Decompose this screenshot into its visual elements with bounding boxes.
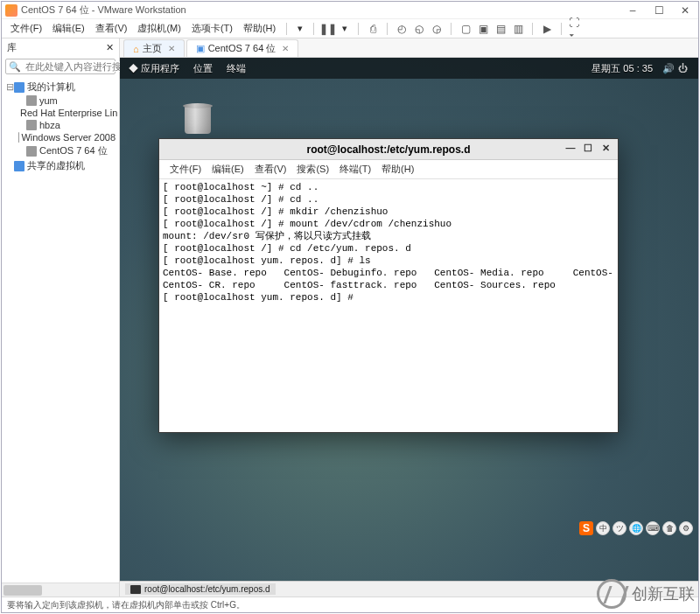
watermark-logo (597, 579, 626, 609)
layout-icon[interactable]: ▢ (458, 22, 472, 36)
term-menu-help[interactable]: 帮助(H) (378, 163, 417, 176)
term-menu-file[interactable]: 文件(F) (166, 163, 205, 176)
menu-view[interactable]: 查看(V) (92, 22, 131, 35)
layout-icon[interactable]: ▥ (511, 22, 525, 36)
gnome-top-bar: ◆ 应用程序 位置 终端 星期五 05 : 35 🔊 ⏻ (120, 58, 698, 79)
ime-icon[interactable]: ⚙ (679, 521, 693, 535)
vm-tree: ⊟我的计算机 yum Red Hat Enterprise Lin hbza W… (2, 76, 119, 583)
volume-icon[interactable]: 🔊 (662, 63, 676, 74)
tab-home[interactable]: ⌂ 主页 ✕ (123, 39, 185, 57)
menu-file[interactable]: 文件(F) (7, 22, 46, 35)
ime-icon[interactable]: ⌨ (646, 521, 660, 535)
ime-icon[interactable]: 🗑 (662, 521, 676, 535)
ime-tray: S 中 ツ 🌐 ⌨ 🗑 ⚙ (579, 521, 693, 535)
layout-icon[interactable]: ▤ (494, 22, 508, 36)
tree-item[interactable]: Windows Server 2008 (5, 131, 116, 143)
gnome-clock[interactable]: 星期五 05 : 35 (592, 62, 653, 75)
pause-icon[interactable]: ❚❚ (321, 22, 335, 36)
maximize-button[interactable]: ☐ (646, 3, 672, 18)
library-close-icon[interactable]: ✕ (106, 42, 114, 53)
term-menu-terminal[interactable]: 终端(T) (336, 163, 374, 176)
menubar: 文件(F) 编辑(E) 查看(V) 虚拟机(M) 选项卡(T) 帮助(H) ▾ … (2, 19, 698, 38)
search-icon: 🔍 (6, 61, 24, 73)
ime-zh-icon[interactable]: 中 (596, 521, 610, 535)
statusbar: 要将输入定向到该虚拟机，请在虚拟机内部单击或按 Ctrl+G。 (2, 597, 698, 612)
dropdown-icon[interactable]: ▾ (294, 23, 306, 34)
terminal-close[interactable]: ✕ (597, 141, 614, 155)
tab-close-icon[interactable]: ✕ (168, 44, 175, 53)
home-icon: ⌂ (133, 44, 139, 54)
term-menu-edit[interactable]: 编辑(E) (208, 163, 248, 176)
vm-icon: ▣ (196, 43, 205, 54)
gnome-terminal[interactable]: 终端 (227, 62, 246, 75)
send-icon[interactable]: ⎙ (366, 22, 380, 36)
snapshot-icon[interactable]: ◴ (395, 22, 409, 36)
terminal-title: root@localhost:/etc/yum.repos.d (306, 143, 470, 156)
sogou-icon[interactable]: S (579, 521, 593, 535)
terminal-minimize[interactable]: — (562, 141, 579, 155)
menu-edit[interactable]: 编辑(E) (49, 22, 88, 35)
watermark: 创新互联 (597, 579, 695, 609)
trash-icon[interactable] (183, 101, 213, 135)
tree-item[interactable]: yum (5, 94, 116, 107)
library-title-row: 库 ✕ (2, 38, 119, 57)
vmware-icon (5, 4, 18, 17)
taskbar-label: root@localhost:/etc/yum.repos.d (144, 584, 270, 594)
ime-icon[interactable]: ツ (612, 521, 626, 535)
gnome-apps[interactable]: ◆ 应用程序 (129, 62, 179, 75)
terminal-task-icon (130, 585, 141, 594)
terminal-window: root@localhost:/etc/yum.repos.d — ☐ ✕ 文件… (158, 138, 619, 433)
dropdown-icon[interactable]: ▾ (339, 23, 351, 34)
terminal-maximize[interactable]: ☐ (579, 141, 597, 155)
vmware-window: CentOS 7 64 位 - VMware Workstation – ☐ ✕… (1, 1, 699, 613)
titlebar: CentOS 7 64 位 - VMware Workstation – ☐ ✕ (2, 2, 698, 19)
status-text: 要将输入定向到该虚拟机，请在虚拟机内部单击或按 Ctrl+G。 (7, 599, 245, 611)
term-menu-view[interactable]: 查看(V) (251, 163, 290, 176)
ime-icon[interactable]: 🌐 (629, 521, 643, 535)
menu-vm[interactable]: 虚拟机(M) (134, 22, 185, 35)
close-button[interactable]: ✕ (672, 3, 698, 18)
library-search[interactable]: 🔍 ▾ (5, 59, 116, 74)
tree-shared[interactable]: 共享的虚拟机 (5, 158, 116, 173)
snapshot-revert-icon[interactable]: ◶ (430, 22, 444, 36)
menu-tabs[interactable]: 选项卡(T) (188, 22, 236, 35)
library-scrollbar[interactable] (2, 583, 119, 597)
tree-root[interactable]: ⊟我的计算机 (5, 80, 116, 94)
gnome-places[interactable]: 位置 (193, 62, 213, 75)
library-panel: 库 ✕ 🔍 ▾ ⊟我的计算机 yum Red Hat Enterprise Li… (2, 38, 120, 597)
watermark-text: 创新互联 (632, 583, 695, 604)
layout-icon[interactable]: ▣ (476, 22, 490, 36)
guest-desktop[interactable]: ◆ 应用程序 位置 终端 星期五 05 : 35 🔊 ⏻ root@localh… (120, 58, 698, 597)
taskbar-terminal-button[interactable]: root@localhost:/etc/yum.repos.d (125, 583, 276, 595)
menu-help[interactable]: 帮助(H) (240, 22, 279, 35)
term-menu-search[interactable]: 搜索(S) (293, 163, 332, 176)
library-title: 库 (7, 41, 17, 54)
content-area: ⌂ 主页 ✕ ▣ CentOS 7 64 位 ✕ ◆ 应用程序 位置 终端 星期… (120, 38, 698, 597)
fullscreen-icon[interactable]: ⛶ ▾ (569, 22, 583, 36)
tree-item[interactable]: hbza (5, 119, 116, 131)
tab-label: 主页 (143, 42, 162, 55)
snapshot-mgr-icon[interactable]: ◵ (412, 22, 426, 36)
console-icon[interactable]: ▶ (540, 22, 554, 36)
window-title: CentOS 7 64 位 - VMware Workstation (21, 3, 186, 17)
tree-item[interactable]: Red Hat Enterprise Lin (5, 107, 116, 119)
terminal-titlebar[interactable]: root@localhost:/etc/yum.repos.d — ☐ ✕ (159, 139, 618, 160)
tree-item[interactable]: CentOS 7 64 位 (5, 143, 116, 158)
terminal-menubar: 文件(F) 编辑(E) 查看(V) 搜索(S) 终端(T) 帮助(H) (159, 160, 618, 179)
power-icon[interactable]: ⏻ (676, 63, 690, 73)
tabstrip: ⌂ 主页 ✕ ▣ CentOS 7 64 位 ✕ (120, 38, 698, 58)
tab-close-icon[interactable]: ✕ (282, 44, 289, 53)
terminal-output[interactable]: [ root@localhost ~] # cd .. [ root@local… (159, 179, 618, 432)
tab-vm[interactable]: ▣ CentOS 7 64 位 ✕ (186, 39, 299, 57)
tab-label: CentOS 7 64 位 (208, 42, 276, 55)
minimize-button[interactable]: – (620, 3, 646, 18)
